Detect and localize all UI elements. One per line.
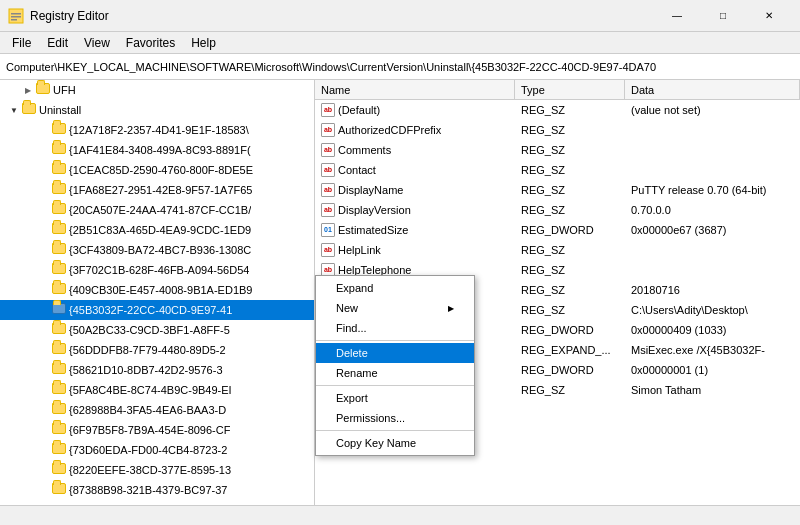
folder-icon [52, 143, 66, 157]
cell-name: ab DisplayName [315, 182, 515, 198]
tree-label: {56DDDFB8-7F79-4480-89D5-2 [69, 344, 226, 356]
cell-name: ab HelpLink [315, 242, 515, 258]
app-title: Registry Editor [30, 9, 654, 23]
address-bar[interactable]: Computer\HKEY_LOCAL_MACHINE\SOFTWARE\Mic… [0, 54, 800, 80]
cell-type: REG_SZ [515, 103, 625, 117]
list-item[interactable]: {1FA68E27-2951-42E8-9F57-1A7F65 [0, 180, 314, 200]
cell-type: REG_SZ [515, 143, 625, 157]
list-item[interactable]: {20CA507E-24AA-4741-87CF-CC1B/ [0, 200, 314, 220]
maximize-button[interactable]: □ [700, 0, 746, 32]
table-row[interactable]: ab AuthorizedCDFPrefix REG_SZ [315, 120, 800, 140]
ctx-find[interactable]: Find... [316, 318, 474, 338]
tree-item-selected[interactable]: {45B3032F-22CC-40CD-9E97-41 [0, 300, 314, 320]
ctx-expand[interactable]: Expand [316, 278, 474, 298]
list-item[interactable]: {3CF43809-BA72-4BC7-B936-1308C [0, 240, 314, 260]
menu-view[interactable]: View [76, 32, 118, 54]
table-row[interactable]: ab Contact REG_SZ [315, 160, 800, 180]
table-row[interactable]: ab DisplayVersion REG_SZ 0.70.0.0 [315, 200, 800, 220]
list-item[interactable]: {409CB30E-E457-4008-9B1A-ED1B9 [0, 280, 314, 300]
tree-label: {3CF43809-BA72-4BC7-B936-1308C [69, 244, 251, 256]
cell-data: (value not set) [625, 103, 800, 117]
list-item[interactable]: {6F97B5F8-7B9A-454E-8096-CF [0, 420, 314, 440]
tree-label: {58621D10-8DB7-42D2-9576-3 [69, 364, 223, 376]
list-item[interactable]: {3F702C1B-628F-46FB-A094-56D54 [0, 260, 314, 280]
menu-file[interactable]: File [4, 32, 39, 54]
window-controls[interactable]: — □ ✕ [654, 0, 792, 32]
cell-data: 0x00000409 (1033) [625, 323, 800, 337]
list-item[interactable]: {5FA8C4BE-8C74-4B9C-9B49-EI [0, 380, 314, 400]
menu-favorites[interactable]: Favorites [118, 32, 183, 54]
list-item[interactable]: {56DDDFB8-7F79-4480-89D5-2 [0, 340, 314, 360]
app-icon [8, 8, 24, 24]
table-row[interactable]: 01 EstimatedSize REG_DWORD 0x00000e67 (3… [315, 220, 800, 240]
tree-label: {73D60EDA-FD00-4CB4-8723-2 [69, 444, 227, 456]
menu-edit[interactable]: Edit [39, 32, 76, 54]
list-item[interactable]: {73D60EDA-FD00-4CB4-8723-2 [0, 440, 314, 460]
reg-sz-icon: ab [321, 103, 335, 117]
folder-icon [52, 203, 66, 217]
tree-item-ufh[interactable]: ▶ UFH [0, 80, 314, 100]
ctx-permissions[interactable]: Permissions... [316, 408, 474, 428]
expand-placeholder [36, 342, 52, 358]
list-item[interactable]: {58621D10-8DB7-42D2-9576-3 [0, 360, 314, 380]
cell-type: REG_DWORD [515, 223, 625, 237]
table-row[interactable]: ab HelpLink REG_SZ [315, 240, 800, 260]
expand-placeholder [36, 282, 52, 298]
ctx-export[interactable]: Export [316, 388, 474, 408]
folder-icon [52, 363, 66, 377]
expand-icon-uninstall[interactable]: ▼ [6, 102, 22, 118]
table-row[interactable]: ab DisplayName REG_SZ PuTTY release 0.70… [315, 180, 800, 200]
folder-icon-ufh [36, 83, 50, 97]
expand-placeholder [36, 422, 52, 438]
cell-type: REG_DWORD [515, 323, 625, 337]
tree-label-selected: {45B3032F-22CC-40CD-9E97-41 [69, 304, 232, 316]
title-bar: Registry Editor — □ ✕ [0, 0, 800, 32]
list-item[interactable]: {87388B98-321B-4379-BC97-37 [0, 480, 314, 500]
reg-sz-icon: ab [321, 203, 335, 217]
list-item[interactable]: {1CEAC85D-2590-4760-800F-8DE5E [0, 160, 314, 180]
menu-help[interactable]: Help [183, 32, 224, 54]
tree-label: {409CB30E-E457-4008-9B1A-ED1B9 [69, 284, 252, 296]
tree-label: {6F97B5F8-7B9A-454E-8096-CF [69, 424, 230, 436]
list-item[interactable]: {8220EEFE-38CD-377E-8595-13 [0, 460, 314, 480]
cell-data: C:\Users\Adity\Desktop\ [625, 303, 800, 317]
ctx-delete[interactable]: Delete [316, 343, 474, 363]
folder-icon [52, 403, 66, 417]
list-item[interactable]: {628988B4-3FA5-4EA6-BAA3-D [0, 400, 314, 420]
cell-type: REG_SZ [515, 383, 625, 397]
list-item[interactable]: {12A718F2-2357-4D41-9E1F-18583\ [0, 120, 314, 140]
expand-placeholder [36, 222, 52, 238]
expand-placeholder [36, 162, 52, 178]
table-row[interactable]: ab Comments REG_SZ [315, 140, 800, 160]
cell-data: 0.70.0.0 [625, 203, 800, 217]
col-header-name[interactable]: Name [315, 80, 515, 99]
tree-scroll[interactable]: ▶ UFH ▼ Uninstall {12A718F2-2357-4D41-9E… [0, 80, 314, 505]
cell-type: REG_SZ [515, 123, 625, 137]
tree-label: UFH [53, 84, 76, 96]
table-row[interactable]: ab (Default) REG_SZ (value not set) [315, 100, 800, 120]
col-header-type[interactable]: Type [515, 80, 625, 99]
list-item[interactable]: {50A2BC33-C9CD-3BF1-A8FF-5 [0, 320, 314, 340]
reg-sz-icon: ab [321, 163, 335, 177]
ctx-rename[interactable]: Rename [316, 363, 474, 383]
cell-type: REG_SZ [515, 263, 625, 277]
tree-item-uninstall[interactable]: ▼ Uninstall [0, 100, 314, 120]
cell-data-displayname: PuTTY release 0.70 (64-bit) [625, 183, 800, 197]
ctx-new[interactable]: New ▶ [316, 298, 474, 318]
close-button[interactable]: ✕ [746, 0, 792, 32]
col-header-data[interactable]: Data [625, 80, 800, 99]
tree-label: {50A2BC33-C9CD-3BF1-A8FF-5 [69, 324, 230, 336]
folder-icon [52, 223, 66, 237]
list-item[interactable]: {2B51C83A-465D-4EA9-9CDC-1ED9 [0, 220, 314, 240]
expand-placeholder [36, 362, 52, 378]
cell-type: REG_SZ [515, 283, 625, 297]
ctx-copy-key-name[interactable]: Copy Key Name [316, 433, 474, 453]
expand-icon-ufh[interactable]: ▶ [20, 82, 36, 98]
reg-sz-icon: ab [321, 183, 335, 197]
list-item[interactable]: {1AF41E84-3408-499A-8C93-8891F( [0, 140, 314, 160]
reg-dword-icon: 01 [321, 223, 335, 237]
cell-name: ab (Default) [315, 102, 515, 118]
main-content: ▶ UFH ▼ Uninstall {12A718F2-2357-4D41-9E… [0, 80, 800, 505]
minimize-button[interactable]: — [654, 0, 700, 32]
table-header: Name Type Data [315, 80, 800, 100]
